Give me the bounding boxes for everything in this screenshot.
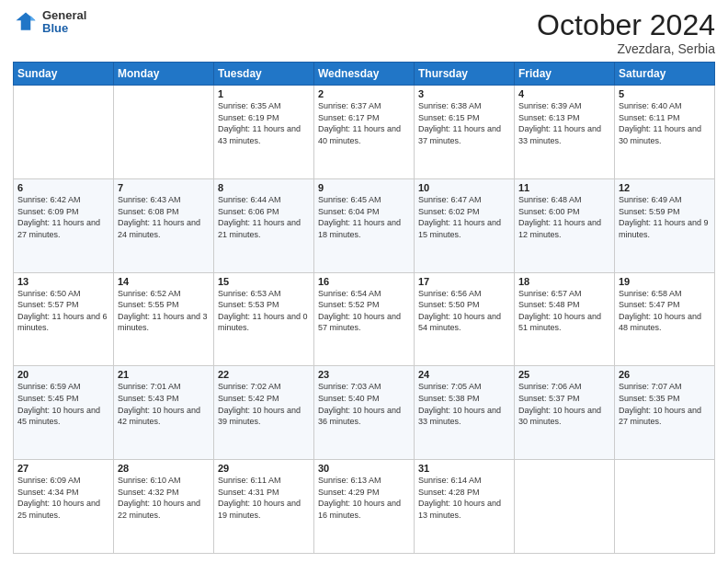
day-num-1-1: 7 [118, 182, 210, 193]
day-num-4-2: 29 [218, 463, 310, 474]
cell-text-1-0: Sunrise: 6:42 AMSunset: 6:09 PMDaylight:… [17, 194, 109, 240]
day-num-1-4: 10 [418, 182, 510, 193]
cell-4-0: 27Sunrise: 6:09 AMSunset: 4:34 PMDayligh… [14, 460, 114, 554]
cell-text-0-2: Sunrise: 6:35 AMSunset: 6:19 PMDaylight:… [218, 100, 310, 146]
cell-4-3: 30Sunrise: 6:13 AMSunset: 4:29 PMDayligh… [314, 460, 415, 554]
cell-3-6: 26Sunrise: 7:07 AMSunset: 5:35 PMDayligh… [615, 366, 715, 460]
header-monday: Monday [114, 63, 214, 86]
cell-1-0: 6Sunrise: 6:42 AMSunset: 6:09 PMDaylight… [14, 178, 114, 272]
cell-text-3-3: Sunrise: 7:03 AMSunset: 5:40 PMDaylight:… [318, 381, 410, 427]
cell-text-0-4: Sunrise: 6:38 AMSunset: 6:15 PMDaylight:… [418, 100, 510, 146]
cell-text-0-6: Sunrise: 6:40 AMSunset: 6:11 PMDaylight:… [619, 100, 711, 146]
cell-text-2-3: Sunrise: 6:54 AMSunset: 5:52 PMDaylight:… [318, 288, 410, 334]
week-row-2: 13Sunrise: 6:50 AMSunset: 5:57 PMDayligh… [14, 272, 715, 366]
day-num-2-6: 19 [619, 276, 711, 287]
day-num-1-6: 12 [619, 182, 711, 193]
cell-3-5: 25Sunrise: 7:06 AMSunset: 5:37 PMDayligh… [515, 366, 615, 460]
cell-text-4-4: Sunrise: 6:14 AMSunset: 4:28 PMDaylight:… [418, 475, 510, 521]
day-num-0-2: 1 [218, 88, 310, 99]
header-sunday: Sunday [14, 63, 114, 86]
cell-text-1-2: Sunrise: 6:44 AMSunset: 6:06 PMDaylight:… [218, 194, 310, 240]
logo-blue: Blue [42, 22, 86, 35]
cell-text-3-1: Sunrise: 7:01 AMSunset: 5:43 PMDaylight:… [118, 381, 210, 427]
day-num-2-0: 13 [17, 276, 109, 287]
page: General Blue October 2024 Zvezdara, Serb… [0, 0, 728, 563]
month-title: October 2024 [537, 9, 715, 41]
header-tuesday: Tuesday [214, 63, 314, 86]
day-num-2-1: 14 [118, 276, 210, 287]
day-num-3-6: 26 [619, 369, 711, 380]
cell-2-6: 19Sunrise: 6:58 AMSunset: 5:47 PMDayligh… [615, 272, 715, 366]
cell-2-0: 13Sunrise: 6:50 AMSunset: 5:57 PMDayligh… [14, 272, 114, 366]
logo-icon [13, 9, 39, 35]
cell-1-6: 12Sunrise: 6:49 AMSunset: 5:59 PMDayligh… [615, 178, 715, 272]
day-num-2-4: 17 [418, 276, 510, 287]
cell-3-1: 21Sunrise: 7:01 AMSunset: 5:43 PMDayligh… [114, 366, 214, 460]
cell-text-4-3: Sunrise: 6:13 AMSunset: 4:29 PMDaylight:… [318, 475, 410, 521]
cell-0-5: 4Sunrise: 6:39 AMSunset: 6:13 PMDaylight… [515, 86, 615, 179]
cell-text-3-5: Sunrise: 7:06 AMSunset: 5:37 PMDaylight:… [518, 381, 610, 427]
day-num-3-4: 24 [418, 369, 510, 380]
day-num-4-1: 28 [118, 463, 210, 474]
header-wednesday: Wednesday [314, 63, 415, 86]
cell-text-4-1: Sunrise: 6:10 AMSunset: 4:32 PMDaylight:… [118, 475, 210, 521]
cell-3-2: 22Sunrise: 7:02 AMSunset: 5:42 PMDayligh… [214, 366, 314, 460]
cell-text-0-3: Sunrise: 6:37 AMSunset: 6:17 PMDaylight:… [318, 100, 410, 146]
day-num-0-5: 4 [518, 88, 610, 99]
calendar: Sunday Monday Tuesday Wednesday Thursday… [13, 62, 715, 554]
cell-1-4: 10Sunrise: 6:47 AMSunset: 6:02 PMDayligh… [415, 178, 515, 272]
header-thursday: Thursday [415, 63, 515, 86]
day-num-3-5: 25 [518, 369, 610, 380]
cell-text-2-4: Sunrise: 6:56 AMSunset: 5:50 PMDaylight:… [418, 288, 510, 334]
day-num-2-3: 16 [318, 276, 410, 287]
cell-text-3-2: Sunrise: 7:02 AMSunset: 5:42 PMDaylight:… [218, 381, 310, 427]
day-num-4-4: 31 [418, 463, 510, 474]
cell-text-3-6: Sunrise: 7:07 AMSunset: 5:35 PMDaylight:… [619, 381, 711, 427]
cell-3-0: 20Sunrise: 6:59 AMSunset: 5:45 PMDayligh… [14, 366, 114, 460]
day-num-3-2: 22 [218, 369, 310, 380]
day-num-3-3: 23 [318, 369, 410, 380]
cell-text-1-5: Sunrise: 6:48 AMSunset: 6:00 PMDaylight:… [518, 194, 610, 240]
cell-2-5: 18Sunrise: 6:57 AMSunset: 5:48 PMDayligh… [515, 272, 615, 366]
cell-text-1-1: Sunrise: 6:43 AMSunset: 6:08 PMDaylight:… [118, 194, 210, 240]
day-num-1-5: 11 [518, 182, 610, 193]
cell-1-1: 7Sunrise: 6:43 AMSunset: 6:08 PMDaylight… [114, 178, 214, 272]
day-num-0-6: 5 [619, 88, 711, 99]
cell-text-2-1: Sunrise: 6:52 AMSunset: 5:55 PMDaylight:… [118, 288, 210, 334]
cell-text-1-6: Sunrise: 6:49 AMSunset: 5:59 PMDaylight:… [619, 194, 711, 240]
day-num-0-4: 3 [418, 88, 510, 99]
cell-4-5 [515, 460, 615, 554]
weekday-header-row: Sunday Monday Tuesday Wednesday Thursday… [14, 63, 715, 86]
cell-text-4-0: Sunrise: 6:09 AMSunset: 4:34 PMDaylight:… [17, 475, 109, 521]
day-num-0-3: 2 [318, 88, 410, 99]
cell-2-1: 14Sunrise: 6:52 AMSunset: 5:55 PMDayligh… [114, 272, 214, 366]
day-num-2-5: 18 [518, 276, 610, 287]
day-num-1-3: 9 [318, 182, 410, 193]
day-num-2-2: 15 [218, 276, 310, 287]
day-num-3-1: 21 [118, 369, 210, 380]
cell-1-2: 8Sunrise: 6:44 AMSunset: 6:06 PMDaylight… [214, 178, 314, 272]
cell-0-4: 3Sunrise: 6:38 AMSunset: 6:15 PMDaylight… [415, 86, 515, 179]
logo-general: General [42, 9, 86, 22]
cell-text-0-5: Sunrise: 6:39 AMSunset: 6:13 PMDaylight:… [518, 100, 610, 146]
cell-2-3: 16Sunrise: 6:54 AMSunset: 5:52 PMDayligh… [314, 272, 415, 366]
week-row-0: 1Sunrise: 6:35 AMSunset: 6:19 PMDaylight… [14, 86, 715, 179]
cell-text-2-6: Sunrise: 6:58 AMSunset: 5:47 PMDaylight:… [619, 288, 711, 334]
title-block: October 2024 Zvezdara, Serbia [537, 9, 715, 56]
cell-1-3: 9Sunrise: 6:45 AMSunset: 6:04 PMDaylight… [314, 178, 415, 272]
cell-text-4-2: Sunrise: 6:11 AMSunset: 4:31 PMDaylight:… [218, 475, 310, 521]
cell-text-3-4: Sunrise: 7:05 AMSunset: 5:38 PMDaylight:… [418, 381, 510, 427]
cell-4-2: 29Sunrise: 6:11 AMSunset: 4:31 PMDayligh… [214, 460, 314, 554]
cell-0-2: 1Sunrise: 6:35 AMSunset: 6:19 PMDaylight… [214, 86, 314, 179]
cell-text-1-3: Sunrise: 6:45 AMSunset: 6:04 PMDaylight:… [318, 194, 410, 240]
header: General Blue October 2024 Zvezdara, Serb… [13, 9, 715, 56]
logo: General Blue [13, 9, 86, 36]
cell-3-3: 23Sunrise: 7:03 AMSunset: 5:40 PMDayligh… [314, 366, 415, 460]
cell-text-2-2: Sunrise: 6:53 AMSunset: 5:53 PMDaylight:… [218, 288, 310, 334]
day-num-3-0: 20 [17, 369, 109, 380]
day-num-4-3: 30 [318, 463, 410, 474]
cell-text-2-0: Sunrise: 6:50 AMSunset: 5:57 PMDaylight:… [17, 288, 109, 334]
cell-text-2-5: Sunrise: 6:57 AMSunset: 5:48 PMDaylight:… [518, 288, 610, 334]
logo-text: General Blue [42, 9, 86, 36]
week-row-1: 6Sunrise: 6:42 AMSunset: 6:09 PMDaylight… [14, 178, 715, 272]
